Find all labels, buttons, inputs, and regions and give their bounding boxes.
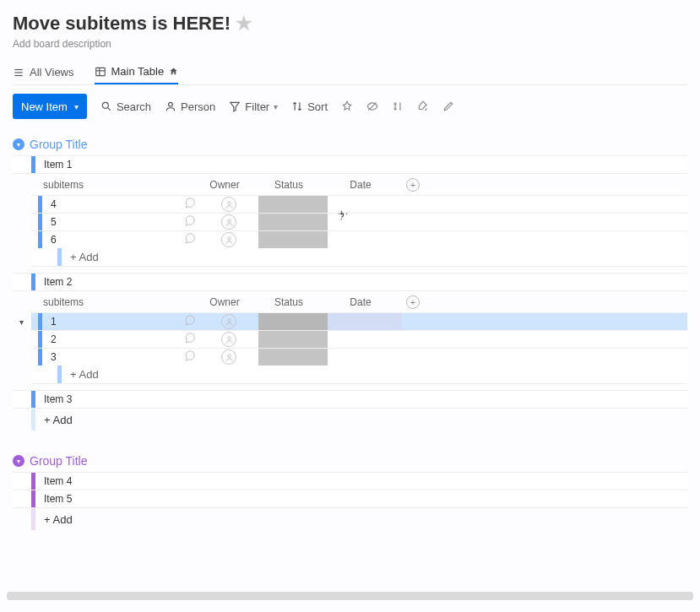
subitem-name[interactable]: 6 <box>51 234 179 246</box>
subitem-name[interactable]: 5 <box>51 216 179 228</box>
color-icon[interactable] <box>417 100 429 112</box>
add-subitem-row[interactable]: + Add <box>31 366 687 384</box>
svg-point-17 <box>341 214 342 214</box>
svg-point-8 <box>169 102 173 106</box>
subitem-name[interactable]: 4 <box>51 198 179 210</box>
add-subitem-row[interactable]: + Add <box>31 248 687 267</box>
date-cell[interactable] <box>328 313 402 330</box>
owner-avatar[interactable] <box>221 214 236 230</box>
status-cell[interactable] <box>258 196 328 213</box>
column-subitems: subitems <box>31 179 175 191</box>
person-label: Person <box>181 100 215 113</box>
status-cell[interactable] <box>258 231 328 248</box>
subitem-row[interactable]: 3 <box>31 348 687 366</box>
horizontal-scrollbar[interactable] <box>7 592 693 600</box>
svg-point-6 <box>102 102 108 108</box>
column-owner: Owner <box>195 296 254 308</box>
subitems-table: subitemsOwnerStatusDate+123+ Add <box>31 291 687 384</box>
svg-point-11 <box>227 201 231 204</box>
filter-tool[interactable]: Filter ▾ <box>229 100 278 113</box>
chat-icon[interactable] <box>183 197 196 212</box>
eye-off-icon[interactable] <box>366 100 378 112</box>
tab-main-table-label: Main Table <box>111 65 165 78</box>
add-item-row[interactable]: + Add <box>13 409 687 431</box>
group-title[interactable]: Group Title <box>30 138 87 151</box>
new-item-button[interactable]: New Item ▾ <box>13 94 87 119</box>
subitem-row[interactable]: 2 <box>31 330 687 349</box>
subitem-color-bar <box>57 248 62 266</box>
svg-point-12 <box>227 219 231 222</box>
star-icon[interactable]: ★ <box>236 13 252 35</box>
height-icon[interactable] <box>392 100 404 112</box>
item-name[interactable]: Item 2 <box>44 276 72 288</box>
group-header[interactable]: ▾Group Title <box>13 138 687 151</box>
status-cell[interactable] <box>258 313 328 330</box>
subitem-row[interactable]: 4 <box>31 195 687 214</box>
item-name[interactable]: Item 4 <box>44 475 72 487</box>
subitem-color-bar <box>38 313 42 330</box>
item-row[interactable]: Item 1 <box>13 155 687 174</box>
item-name[interactable]: Item 5 <box>44 493 72 505</box>
search-tool[interactable]: Search <box>100 100 151 113</box>
collapse-icon[interactable]: ▾ <box>13 455 24 467</box>
svg-point-16 <box>227 354 231 357</box>
collapse-icon[interactable]: ▾ <box>13 138 24 150</box>
add-item-row[interactable]: + Add <box>13 508 687 530</box>
item-row[interactable]: Item 4 <box>13 472 687 490</box>
owner-avatar[interactable] <box>221 332 236 347</box>
tab-all-views-label: All Views <box>30 66 74 79</box>
subitem-color-bar <box>38 349 42 366</box>
column-date: Date <box>323 179 398 191</box>
status-cell[interactable] <box>258 331 328 348</box>
person-tool[interactable]: Person <box>165 100 215 113</box>
status-cell[interactable] <box>258 349 328 366</box>
column-status: Status <box>254 296 323 308</box>
add-column-button[interactable]: + <box>406 295 420 309</box>
cursor-icon <box>337 209 349 224</box>
filter-label: Filter <box>245 100 269 113</box>
item-color-bar <box>31 508 35 530</box>
chat-icon[interactable] <box>183 214 196 230</box>
group-header[interactable]: ▾Group Title <box>13 454 687 468</box>
owner-avatar[interactable] <box>221 232 236 247</box>
sort-tool[interactable]: Sort <box>291 100 328 113</box>
edit-icon[interactable] <box>442 100 454 112</box>
add-label: + Add <box>70 251 99 263</box>
item-row[interactable]: Item 3 <box>13 390 687 409</box>
owner-avatar[interactable] <box>221 197 236 212</box>
add-column-button[interactable]: + <box>406 178 420 192</box>
owner-avatar[interactable] <box>221 349 236 365</box>
status-cell[interactable] <box>258 214 328 230</box>
filter-icon <box>229 100 241 112</box>
subitem-row[interactable]: 1 <box>31 312 687 331</box>
add-label: + Add <box>44 414 73 426</box>
item-name[interactable]: Item 1 <box>44 159 72 171</box>
subitem-name[interactable]: 1 <box>51 316 179 328</box>
group-title[interactable]: Group Title <box>30 454 87 468</box>
item-row[interactable]: Item 5 <box>13 490 687 508</box>
item-row[interactable]: Item 2 <box>13 273 687 291</box>
item-color-bar <box>31 473 35 490</box>
chat-icon[interactable] <box>183 314 196 329</box>
subitem-header: subitemsOwnerStatusDate+ <box>31 174 687 196</box>
item-name[interactable]: Item 3 <box>44 393 72 405</box>
subitem-color-bar <box>38 196 42 213</box>
subitem-row[interactable]: 5 <box>31 213 687 231</box>
svg-line-7 <box>107 107 110 110</box>
sort-label: Sort <box>307 100 328 113</box>
sort-icon <box>291 100 303 112</box>
home-icon <box>169 67 178 76</box>
search-label: Search <box>117 100 151 113</box>
tab-main-table[interactable]: Main Table <box>95 60 179 84</box>
owner-avatar[interactable] <box>221 314 236 329</box>
tab-all-views[interactable]: All Views <box>13 61 74 84</box>
chat-icon[interactable] <box>183 332 196 347</box>
board-description[interactable]: Add board description <box>13 38 687 50</box>
pin-icon[interactable] <box>341 100 353 112</box>
subitem-name[interactable]: 2 <box>51 333 179 345</box>
chat-icon[interactable] <box>183 232 196 247</box>
subitem-row[interactable]: 6 <box>31 230 687 249</box>
board-title[interactable]: Move subitems is HERE! <box>13 13 231 35</box>
subitem-name[interactable]: 3 <box>51 351 179 363</box>
chat-icon[interactable] <box>183 349 196 365</box>
